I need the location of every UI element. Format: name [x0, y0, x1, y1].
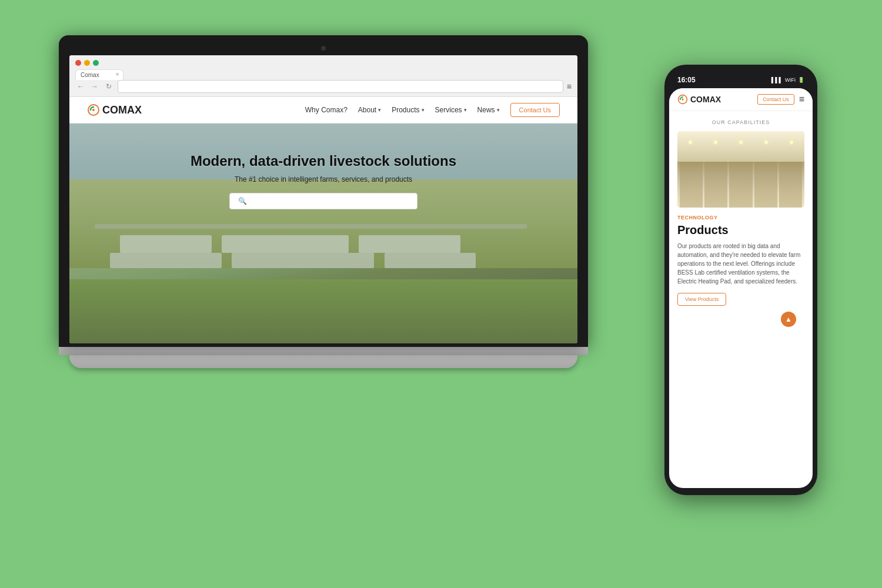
services-chevron-icon: ▾ [464, 107, 467, 113]
phone-capabilities-section: OUR CAPABILITIES [669, 111, 813, 314]
site-logo-text: COMAX [102, 104, 142, 116]
farm-row-1 [680, 162, 703, 208]
hero-subtitle: The #1 choice in intelligent farms, serv… [69, 175, 577, 183]
browser-menu-button[interactable]: ≡ [567, 82, 572, 91]
laptop-bottom [69, 355, 577, 368]
close-dot[interactable] [75, 60, 81, 66]
svg-point-3 [681, 98, 683, 100]
search-icon: 🔍 [238, 197, 247, 205]
laptop-camera [321, 46, 326, 51]
farm-row-4 [754, 162, 777, 208]
hero-content: Modern, data-driven livestock solutions … [69, 123, 577, 209]
nav-products-label: Products [392, 106, 419, 114]
nav-services-label: Services [435, 106, 462, 114]
phone-status-icons: ▌▌▌ WiFi 🔋 [771, 77, 804, 83]
light-3 [739, 141, 743, 144]
about-chevron-icon: ▾ [378, 107, 381, 113]
products-chevron-icon: ▾ [422, 107, 425, 113]
product-title: Products [677, 223, 804, 237]
hero-title: Modern, data-driven livestock solutions [69, 153, 577, 169]
phone-contact-button[interactable]: Contact Us [757, 94, 794, 105]
light-5 [790, 141, 793, 144]
address-bar[interactable] [118, 80, 563, 93]
phone-device: 16:05 ▌▌▌ WiFi 🔋 COMAX [664, 65, 817, 495]
news-chevron-icon: ▾ [497, 107, 500, 113]
wifi-icon: WiFi [785, 77, 796, 83]
view-products-button[interactable]: View Products [677, 293, 726, 306]
phone-navbar: COMAX Contact Us ≡ [669, 88, 813, 111]
phone-logo-text: COMAX [690, 95, 721, 104]
light-4 [764, 141, 768, 144]
signal-icon: ▌▌▌ [771, 77, 783, 83]
farm-row-3 [729, 162, 752, 208]
farm-ceiling [677, 131, 804, 162]
farm-rows [677, 162, 804, 208]
svg-point-1 [92, 109, 95, 111]
light-1 [689, 141, 692, 144]
laptop-bezel: Comax × ← → ↻ ≡ [59, 35, 588, 347]
forward-button[interactable]: → [89, 82, 100, 91]
light-2 [714, 141, 717, 144]
phone-status-bar: 16:05 ▌▌▌ WiFi 🔋 [669, 72, 813, 88]
scroll-up-button[interactable]: ▲ [781, 312, 796, 327]
browser-tab[interactable]: Comax × [75, 69, 123, 80]
laptop-screen: Comax × ← → ↻ ≡ [69, 55, 577, 343]
scene: Comax × ← → ↻ ≡ [29, 18, 853, 570]
hero-search-bar[interactable]: 🔍 [229, 193, 417, 209]
maximize-dot[interactable] [93, 60, 99, 66]
site-navbar: COMAX Why Comax? About ▾ Products [69, 97, 577, 123]
site-contact-button[interactable]: Contact Us [510, 103, 560, 117]
ceiling-lights [677, 141, 804, 144]
nav-why-comax[interactable]: Why Comax? [305, 106, 348, 114]
nav-products[interactable]: Products ▾ [392, 106, 424, 114]
laptop-device: Comax × ← → ↻ ≡ [59, 35, 588, 368]
farm-row-5 [779, 162, 802, 208]
nav-news-label: News [477, 106, 495, 114]
technology-label: TECHNOLOGY [677, 215, 804, 220]
logo-icon [87, 103, 100, 116]
back-button[interactable]: ← [75, 82, 86, 91]
nav-news[interactable]: News ▾ [477, 106, 500, 114]
phone-logo: COMAX [677, 94, 721, 105]
phone-logo-icon [677, 94, 688, 105]
product-description: Our products are rooted in big data and … [677, 242, 804, 286]
capabilities-label: OUR CAPABILITIES [677, 119, 804, 125]
site-hero: Modern, data-driven livestock solutions … [69, 123, 577, 343]
capability-image [677, 131, 804, 208]
phone-screen: COMAX Contact Us ≡ OUR CAPABILITIES [669, 88, 813, 488]
nav-about[interactable]: About ▾ [358, 106, 381, 114]
laptop-base [59, 347, 588, 355]
nav-why-comax-label: Why Comax? [305, 106, 348, 114]
browser-toolbar: ← → ↻ ≡ [75, 80, 572, 93]
nav-services[interactable]: Services ▾ [435, 106, 467, 114]
site-logo: COMAX [87, 103, 142, 116]
reload-button[interactable]: ↻ [103, 82, 114, 91]
phone-time: 16:05 [677, 76, 696, 84]
site-menu: Why Comax? About ▾ Products ▾ [305, 103, 560, 117]
phone-notch [720, 72, 761, 82]
farm-row-2 [704, 162, 727, 208]
phone-nav-right: Contact Us ≡ [757, 94, 804, 105]
browser-dots [75, 60, 572, 66]
tab-label: Comax [81, 72, 99, 78]
battery-icon: 🔋 [798, 77, 804, 83]
nav-about-label: About [358, 106, 376, 114]
browser-chrome: Comax × ← → ↻ ≡ [69, 55, 577, 97]
minimize-dot[interactable] [84, 60, 90, 66]
tab-close-icon[interactable]: × [116, 71, 119, 78]
hamburger-icon[interactable]: ≡ [799, 94, 804, 105]
website-content: COMAX Why Comax? About ▾ Products [69, 97, 577, 343]
